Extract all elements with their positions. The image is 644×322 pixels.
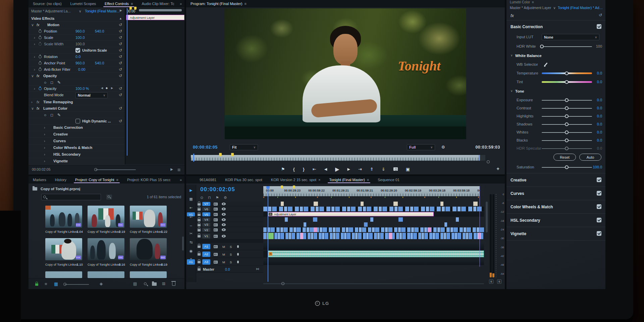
lumetri-basic-correction-row[interactable]: Basic Correction bbox=[506, 23, 605, 32]
green-clip[interactable] bbox=[268, 233, 274, 239]
ec-anchor-point-row[interactable]: Anchor Point 960.0 540.0 ↺ bbox=[29, 60, 125, 66]
blacks-value[interactable]: 0.0 bbox=[597, 138, 602, 142]
high-dynamic-checkbox[interactable] bbox=[75, 119, 80, 123]
reset-icon[interactable]: ↺ bbox=[119, 86, 122, 91]
go-to-out-icon[interactable]: ⇥ bbox=[358, 167, 362, 172]
mini-adjustment-clip[interactable]: Adjustment Layer bbox=[126, 15, 184, 20]
panel-menu-icon[interactable]: ≡ bbox=[116, 178, 118, 182]
project-item-thumbnail[interactable] bbox=[45, 206, 82, 228]
lumetri-vignette-row[interactable]: Vignette bbox=[506, 229, 605, 239]
find-icon[interactable] bbox=[144, 282, 147, 285]
ellipse-mask-icon[interactable]: ○ bbox=[44, 113, 46, 117]
meter-solo-left[interactable]: S bbox=[489, 279, 493, 284]
project-item-label[interactable]: Copy of Tonight Linked...1:10 bbox=[45, 263, 83, 266]
track-target-v6[interactable]: V6 bbox=[202, 207, 210, 211]
tone-header[interactable]: ∨ Tone bbox=[506, 88, 605, 95]
track-target-v3[interactable]: V3 bbox=[202, 223, 210, 227]
sync-lock-icon[interactable] bbox=[214, 235, 218, 238]
mini-playhead[interactable] bbox=[127, 8, 127, 156]
sync-lock-icon[interactable] bbox=[214, 245, 218, 248]
stopwatch-icon[interactable] bbox=[39, 30, 42, 33]
ec-scale-row[interactable]: › Scale 100.0 ↺ bbox=[29, 35, 125, 41]
bowtie-icon[interactable]: ⋈ bbox=[256, 267, 259, 271]
track-lane-v3[interactable] bbox=[263, 222, 484, 227]
vignette-checkbox[interactable] bbox=[597, 231, 601, 236]
highlights-handle[interactable] bbox=[565, 114, 569, 118]
temperature-value[interactable]: 0.0 bbox=[597, 71, 602, 75]
shadows-value[interactable]: 0.0 bbox=[597, 122, 602, 126]
snap-icon[interactable]: ⊙ bbox=[200, 196, 203, 200]
tab-sequence-01[interactable]: Sequence 01 bbox=[373, 176, 404, 183]
program-scrubber[interactable] bbox=[191, 154, 491, 162]
solo-button[interactable]: S bbox=[230, 253, 232, 256]
tab-markers[interactable]: Markers bbox=[29, 176, 51, 183]
voiceover-record-icon[interactable] bbox=[237, 245, 239, 248]
tint-handle[interactable] bbox=[565, 80, 569, 84]
exposure-value[interactable]: 0.0 bbox=[597, 98, 602, 102]
track-header-v4[interactable]: V4 bbox=[196, 217, 263, 222]
comparison-view-icon[interactable]: ▣ bbox=[406, 167, 410, 172]
lock-icon[interactable] bbox=[198, 224, 201, 226]
sync-lock-icon[interactable] bbox=[214, 203, 218, 206]
step-back-icon[interactable]: ◀ bbox=[324, 167, 327, 171]
track-lane-a1[interactable] bbox=[263, 243, 484, 250]
tab-project-copy-of-tonight[interactable]: Project: Copy of Tonight≡ bbox=[71, 176, 123, 183]
razor-tool-icon[interactable]: ✂ bbox=[190, 231, 193, 236]
lock-icon[interactable] bbox=[198, 235, 201, 237]
stopwatch-icon[interactable] bbox=[39, 87, 42, 90]
play-button-icon[interactable]: ▶ bbox=[335, 166, 339, 172]
tab-961a6981[interactable]: 961A6981 bbox=[186, 176, 221, 183]
solo-button[interactable]: S bbox=[230, 245, 232, 249]
ripple-edit-tool-icon[interactable]: ⇤ bbox=[190, 206, 193, 210]
ec-time-remapping-row[interactable]: › fx Time Remapping bbox=[29, 99, 125, 105]
opacity-value[interactable]: 100.0 % bbox=[75, 87, 89, 91]
horizontal-scroll-handle[interactable] bbox=[281, 282, 284, 285]
project-item-thumbnail[interactable] bbox=[45, 271, 82, 278]
export-frame-icon[interactable] bbox=[393, 167, 398, 171]
lumetri-master-label[interactable]: Master * Adjustment Layer bbox=[510, 6, 551, 11]
antiflicker-value[interactable]: 0.00 bbox=[78, 67, 85, 71]
lock-icon[interactable] bbox=[198, 261, 201, 263]
ec-vignette-row[interactable]: › Vignette bbox=[29, 158, 125, 165]
exposure-handle[interactable] bbox=[565, 98, 569, 102]
chevron-down-icon[interactable]: ∨ bbox=[553, 6, 556, 11]
delete-icon[interactable] bbox=[172, 282, 175, 286]
sync-lock-icon[interactable] bbox=[214, 208, 218, 211]
reset-icon[interactable]: ↺ bbox=[119, 119, 122, 123]
project-item-label[interactable]: Copy of Tonight Linked...2:19 bbox=[88, 230, 125, 233]
project-item-thumbnail[interactable] bbox=[88, 238, 124, 260]
marker-icon[interactable] bbox=[293, 185, 295, 189]
lift-icon[interactable]: ⇑ bbox=[370, 167, 374, 172]
project-item-thumbnail[interactable] bbox=[130, 271, 167, 278]
slip-tool-icon[interactable]: ⇆ bbox=[190, 240, 193, 245]
marker-icon[interactable] bbox=[281, 185, 283, 189]
close-icon[interactable]: × bbox=[318, 178, 320, 182]
uniform-scale-checkbox[interactable] bbox=[75, 48, 80, 53]
hand-tool-icon[interactable]: ◉ bbox=[190, 249, 193, 253]
timeline-horizontal-scrollbar[interactable] bbox=[263, 283, 484, 284]
ec-rotation-row[interactable]: › Rotation 0.0 ↺ bbox=[29, 54, 125, 60]
panel-menu-icon[interactable]: ≡ bbox=[131, 2, 133, 6]
mute-button[interactable]: M bbox=[222, 245, 225, 249]
ec-show-timeline-icon[interactable]: ▶ bbox=[120, 9, 122, 12]
master-gain-value[interactable]: 0.0 bbox=[225, 267, 230, 271]
marker-icon[interactable] bbox=[134, 7, 137, 10]
creative-checkbox[interactable] bbox=[597, 177, 601, 182]
new-bin-from-selection-icon[interactable]: ▤ bbox=[133, 281, 137, 286]
tab-program[interactable]: Program: Tonight (Final Master)≡ bbox=[186, 0, 251, 7]
reset-icon[interactable]: ↺ bbox=[119, 73, 122, 78]
ec-zoom-slider[interactable] bbox=[96, 169, 136, 170]
search-filter-button[interactable] bbox=[106, 195, 112, 200]
playhead-grab-handle[interactable] bbox=[266, 186, 270, 189]
tab-audio-clip-mixer[interactable]: Audio Clip Mixer: Tc bbox=[137, 0, 178, 7]
mark-in-icon[interactable]: { bbox=[293, 167, 295, 172]
pen-mask-icon[interactable]: ✎ bbox=[57, 113, 61, 117]
timeline-ruler[interactable]: 00:00 00:00:29:23 00:00:59:22 00:01:29:2… bbox=[263, 186, 484, 196]
lock-icon[interactable] bbox=[198, 203, 201, 206]
lumetri-color-wheels-row[interactable]: Color Wheels & Match bbox=[506, 203, 605, 213]
ec-scale-width-row[interactable]: › Scale Width 100.0 ↺ bbox=[29, 41, 125, 47]
lumetri-tab[interactable]: Lumetri Color≡ bbox=[510, 0, 534, 4]
track-header-v6[interactable]: V6 bbox=[196, 207, 263, 212]
ec-zoom-handle[interactable] bbox=[94, 168, 97, 171]
project-item-thumbnail[interactable] bbox=[45, 238, 82, 260]
